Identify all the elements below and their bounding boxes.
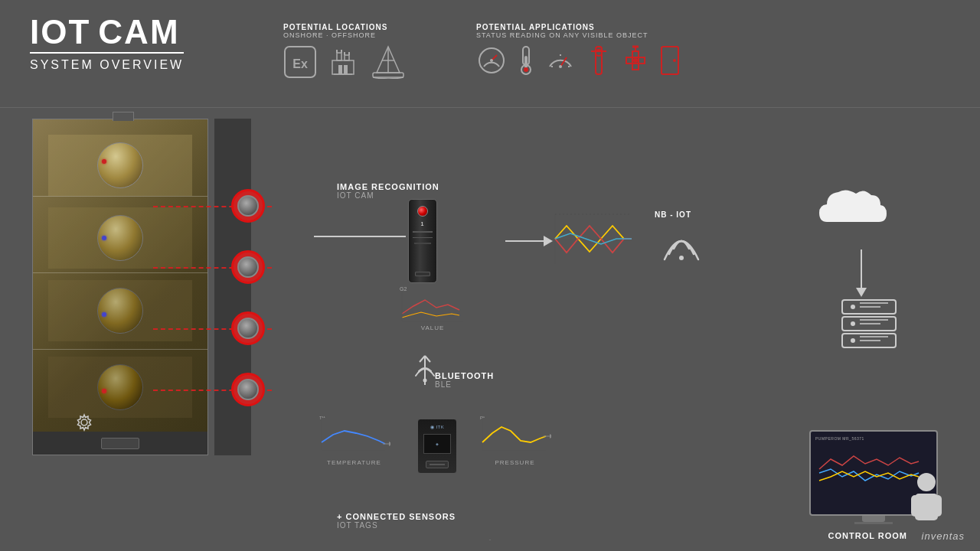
svg-point-24 xyxy=(559,65,562,68)
svg-point-45 xyxy=(679,256,684,260)
svg-rect-4 xyxy=(345,55,349,60)
svg-rect-3 xyxy=(337,53,341,60)
tool-icon xyxy=(585,45,612,76)
bluetooth-wifi-icon xyxy=(406,348,444,390)
page-number: · xyxy=(489,536,492,543)
title-cam: CAM xyxy=(98,15,179,49)
nb-iot-signal-icon xyxy=(658,222,704,271)
svg-point-37 xyxy=(673,59,676,62)
door-icon xyxy=(658,45,681,76)
svg-point-50 xyxy=(851,321,855,326)
header-divider xyxy=(0,107,980,108)
iot-cam-device: 1 xyxy=(408,199,437,283)
svg-text:Ex: Ex xyxy=(292,57,308,70)
valve-icon xyxy=(622,45,649,76)
svg-rect-75 xyxy=(934,495,942,517)
svg-point-61 xyxy=(423,379,427,383)
title-sub: SYSTEM OVERVIEW xyxy=(30,52,184,72)
signal-graph xyxy=(551,210,635,271)
red-circle-2 xyxy=(231,250,265,284)
svg-line-60 xyxy=(425,356,430,362)
locations-label: POTENTIAL LOCATIONS xyxy=(283,23,407,31)
svg-rect-74 xyxy=(911,495,919,517)
thermometer-icon xyxy=(516,45,536,76)
svg-point-33 xyxy=(633,58,638,63)
ex-icon: Ex xyxy=(283,45,317,79)
image-recognition-label: IMAGE RECOGNITION IOT CAM xyxy=(337,182,439,200)
svg-line-59 xyxy=(420,356,425,362)
svg-marker-66 xyxy=(389,442,390,446)
svg-point-18 xyxy=(490,59,493,62)
control-room-label: CONTROL ROOM xyxy=(828,528,907,542)
speedometer-icon xyxy=(545,45,576,76)
main-flow-arrow-2 xyxy=(505,236,553,246)
svg-marker-71 xyxy=(550,434,551,439)
equipment-top xyxy=(113,112,134,121)
applications-icons xyxy=(476,45,681,76)
svg-rect-6 xyxy=(338,65,342,74)
svg-text:G2: G2 xyxy=(400,286,407,292)
locations-sublabel: ONSHORE · OFFSHORE xyxy=(283,31,407,39)
svg-rect-2 xyxy=(332,60,354,74)
cam-value-chart: G2 VALUE xyxy=(398,283,467,331)
equipment-panel xyxy=(32,119,208,455)
pressure-chart: P¹ PRESSURE xyxy=(479,412,551,466)
control-room-container: PUMPEROM MR_56371 xyxy=(809,430,938,524)
oil-rig-icon xyxy=(369,45,407,79)
red-circle-1 xyxy=(231,189,265,223)
applications-label: POTENTIAL APPLICATIONS xyxy=(476,23,681,31)
temperature-chart: T¹¹ TEMPERATURE xyxy=(318,412,390,466)
svg-point-49 xyxy=(851,305,855,309)
red-circle-4 xyxy=(231,373,265,406)
locations-icons: Ex xyxy=(283,45,407,79)
potential-applications: POTENTIAL APPLICATIONS STATUS READING ON… xyxy=(476,23,681,79)
svg-point-51 xyxy=(851,338,855,343)
iot-tag-device: ◉ ITK ◈ xyxy=(417,419,457,474)
nb-iot-label: NB - IOT xyxy=(655,207,691,220)
gear-icon xyxy=(75,413,93,432)
factory-icon xyxy=(326,45,360,79)
header-title: IOT CAM SYSTEM OVERVIEW xyxy=(30,15,184,72)
cloud-icon xyxy=(812,180,896,240)
red-circle-3 xyxy=(231,311,265,345)
svg-text:T¹¹: T¹¹ xyxy=(319,416,325,420)
title-iot: IOT xyxy=(30,15,90,49)
svg-rect-21 xyxy=(524,56,528,68)
svg-point-22 xyxy=(524,67,528,72)
connected-sensors-label: + CONNECTED SENSORS IOT TAGS xyxy=(337,512,456,530)
applications-sublabel: STATUS READING ON ANY VISIBLE OBJECT xyxy=(476,31,681,39)
server-icon xyxy=(835,292,903,364)
svg-rect-7 xyxy=(344,65,348,74)
potential-locations: POTENTIAL LOCATIONS ONSHORE · OFFSHORE E… xyxy=(283,23,407,79)
top-info-bar: POTENTIAL LOCATIONS ONSHORE · OFFSHORE E… xyxy=(283,23,949,79)
cloud-to-server-arrow xyxy=(856,249,867,297)
svg-point-72 xyxy=(917,473,936,491)
inventas-logo: inventas xyxy=(922,530,965,542)
gauge-icon xyxy=(476,45,507,76)
main-flow-arrow xyxy=(314,236,406,237)
svg-rect-15 xyxy=(373,73,403,77)
